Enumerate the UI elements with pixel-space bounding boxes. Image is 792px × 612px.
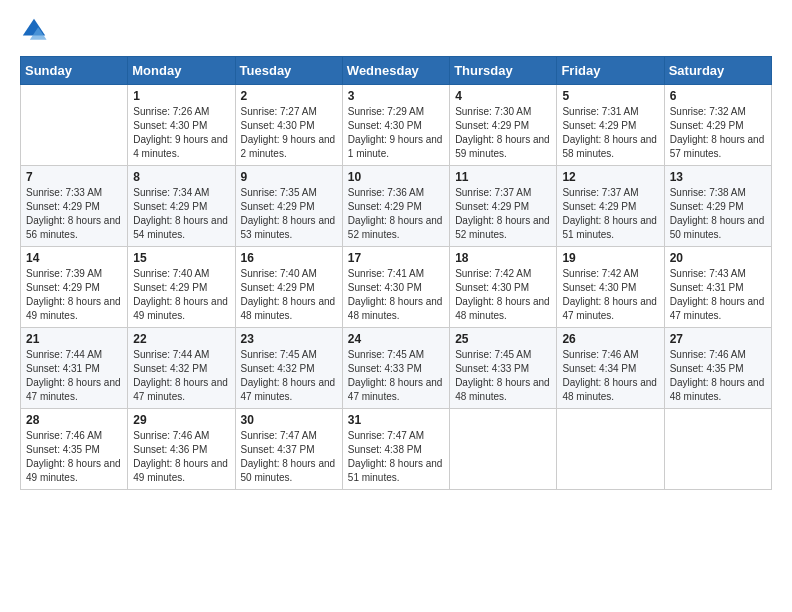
day-number: 4 <box>455 89 551 103</box>
day-info: Sunrise: 7:37 AMSunset: 4:29 PMDaylight:… <box>455 186 551 242</box>
day-info: Sunrise: 7:37 AMSunset: 4:29 PMDaylight:… <box>562 186 658 242</box>
calendar-cell: 17 Sunrise: 7:41 AMSunset: 4:30 PMDaylig… <box>342 247 449 328</box>
day-number: 24 <box>348 332 444 346</box>
day-info: Sunrise: 7:45 AMSunset: 4:33 PMDaylight:… <box>455 348 551 404</box>
day-info: Sunrise: 7:40 AMSunset: 4:29 PMDaylight:… <box>241 267 337 323</box>
logo-icon <box>20 16 48 44</box>
day-info: Sunrise: 7:45 AMSunset: 4:32 PMDaylight:… <box>241 348 337 404</box>
day-number: 27 <box>670 332 766 346</box>
day-number: 25 <box>455 332 551 346</box>
calendar-cell <box>557 409 664 490</box>
day-number: 10 <box>348 170 444 184</box>
calendar-week-4: 21 Sunrise: 7:44 AMSunset: 4:31 PMDaylig… <box>21 328 772 409</box>
day-info: Sunrise: 7:27 AMSunset: 4:30 PMDaylight:… <box>241 105 337 161</box>
day-info: Sunrise: 7:30 AMSunset: 4:29 PMDaylight:… <box>455 105 551 161</box>
day-number: 2 <box>241 89 337 103</box>
calendar-cell <box>450 409 557 490</box>
day-info: Sunrise: 7:44 AMSunset: 4:31 PMDaylight:… <box>26 348 122 404</box>
day-number: 3 <box>348 89 444 103</box>
calendar-cell: 25 Sunrise: 7:45 AMSunset: 4:33 PMDaylig… <box>450 328 557 409</box>
calendar-cell: 22 Sunrise: 7:44 AMSunset: 4:32 PMDaylig… <box>128 328 235 409</box>
calendar-cell: 20 Sunrise: 7:43 AMSunset: 4:31 PMDaylig… <box>664 247 771 328</box>
calendar-cell: 15 Sunrise: 7:40 AMSunset: 4:29 PMDaylig… <box>128 247 235 328</box>
day-info: Sunrise: 7:39 AMSunset: 4:29 PMDaylight:… <box>26 267 122 323</box>
weekday-wednesday: Wednesday <box>342 57 449 85</box>
calendar-cell: 12 Sunrise: 7:37 AMSunset: 4:29 PMDaylig… <box>557 166 664 247</box>
day-number: 14 <box>26 251 122 265</box>
day-info: Sunrise: 7:42 AMSunset: 4:30 PMDaylight:… <box>562 267 658 323</box>
day-info: Sunrise: 7:26 AMSunset: 4:30 PMDaylight:… <box>133 105 229 161</box>
day-number: 7 <box>26 170 122 184</box>
calendar-cell: 29 Sunrise: 7:46 AMSunset: 4:36 PMDaylig… <box>128 409 235 490</box>
calendar-cell: 24 Sunrise: 7:45 AMSunset: 4:33 PMDaylig… <box>342 328 449 409</box>
calendar-table: SundayMondayTuesdayWednesdayThursdayFrid… <box>20 56 772 490</box>
calendar-cell: 11 Sunrise: 7:37 AMSunset: 4:29 PMDaylig… <box>450 166 557 247</box>
day-number: 15 <box>133 251 229 265</box>
day-info: Sunrise: 7:31 AMSunset: 4:29 PMDaylight:… <box>562 105 658 161</box>
day-number: 23 <box>241 332 337 346</box>
day-number: 13 <box>670 170 766 184</box>
day-number: 12 <box>562 170 658 184</box>
day-number: 19 <box>562 251 658 265</box>
day-info: Sunrise: 7:36 AMSunset: 4:29 PMDaylight:… <box>348 186 444 242</box>
day-info: Sunrise: 7:47 AMSunset: 4:38 PMDaylight:… <box>348 429 444 485</box>
day-number: 30 <box>241 413 337 427</box>
day-info: Sunrise: 7:44 AMSunset: 4:32 PMDaylight:… <box>133 348 229 404</box>
weekday-tuesday: Tuesday <box>235 57 342 85</box>
day-number: 8 <box>133 170 229 184</box>
day-info: Sunrise: 7:41 AMSunset: 4:30 PMDaylight:… <box>348 267 444 323</box>
calendar-cell: 9 Sunrise: 7:35 AMSunset: 4:29 PMDayligh… <box>235 166 342 247</box>
calendar-cell: 19 Sunrise: 7:42 AMSunset: 4:30 PMDaylig… <box>557 247 664 328</box>
day-number: 28 <box>26 413 122 427</box>
day-info: Sunrise: 7:46 AMSunset: 4:35 PMDaylight:… <box>670 348 766 404</box>
calendar-week-5: 28 Sunrise: 7:46 AMSunset: 4:35 PMDaylig… <box>21 409 772 490</box>
calendar-cell: 28 Sunrise: 7:46 AMSunset: 4:35 PMDaylig… <box>21 409 128 490</box>
calendar-cell: 14 Sunrise: 7:39 AMSunset: 4:29 PMDaylig… <box>21 247 128 328</box>
calendar-cell <box>21 85 128 166</box>
calendar-cell: 1 Sunrise: 7:26 AMSunset: 4:30 PMDayligh… <box>128 85 235 166</box>
calendar-week-3: 14 Sunrise: 7:39 AMSunset: 4:29 PMDaylig… <box>21 247 772 328</box>
day-info: Sunrise: 7:33 AMSunset: 4:29 PMDaylight:… <box>26 186 122 242</box>
header <box>20 16 772 44</box>
calendar-cell: 8 Sunrise: 7:34 AMSunset: 4:29 PMDayligh… <box>128 166 235 247</box>
calendar-cell: 2 Sunrise: 7:27 AMSunset: 4:30 PMDayligh… <box>235 85 342 166</box>
calendar-cell: 18 Sunrise: 7:42 AMSunset: 4:30 PMDaylig… <box>450 247 557 328</box>
day-number: 21 <box>26 332 122 346</box>
calendar-cell: 6 Sunrise: 7:32 AMSunset: 4:29 PMDayligh… <box>664 85 771 166</box>
weekday-thursday: Thursday <box>450 57 557 85</box>
weekday-sunday: Sunday <box>21 57 128 85</box>
day-number: 18 <box>455 251 551 265</box>
calendar-week-2: 7 Sunrise: 7:33 AMSunset: 4:29 PMDayligh… <box>21 166 772 247</box>
day-info: Sunrise: 7:45 AMSunset: 4:33 PMDaylight:… <box>348 348 444 404</box>
day-number: 22 <box>133 332 229 346</box>
weekday-friday: Friday <box>557 57 664 85</box>
day-info: Sunrise: 7:47 AMSunset: 4:37 PMDaylight:… <box>241 429 337 485</box>
calendar-cell: 26 Sunrise: 7:46 AMSunset: 4:34 PMDaylig… <box>557 328 664 409</box>
weekday-monday: Monday <box>128 57 235 85</box>
day-info: Sunrise: 7:34 AMSunset: 4:29 PMDaylight:… <box>133 186 229 242</box>
day-number: 17 <box>348 251 444 265</box>
day-info: Sunrise: 7:43 AMSunset: 4:31 PMDaylight:… <box>670 267 766 323</box>
calendar-cell <box>664 409 771 490</box>
day-number: 29 <box>133 413 229 427</box>
calendar-cell: 21 Sunrise: 7:44 AMSunset: 4:31 PMDaylig… <box>21 328 128 409</box>
day-info: Sunrise: 7:46 AMSunset: 4:34 PMDaylight:… <box>562 348 658 404</box>
day-number: 11 <box>455 170 551 184</box>
day-number: 6 <box>670 89 766 103</box>
logo <box>20 16 52 44</box>
calendar-cell: 27 Sunrise: 7:46 AMSunset: 4:35 PMDaylig… <box>664 328 771 409</box>
calendar-cell: 31 Sunrise: 7:47 AMSunset: 4:38 PMDaylig… <box>342 409 449 490</box>
weekday-header-row: SundayMondayTuesdayWednesdayThursdayFrid… <box>21 57 772 85</box>
day-info: Sunrise: 7:40 AMSunset: 4:29 PMDaylight:… <box>133 267 229 323</box>
day-number: 16 <box>241 251 337 265</box>
calendar-cell: 16 Sunrise: 7:40 AMSunset: 4:29 PMDaylig… <box>235 247 342 328</box>
day-info: Sunrise: 7:29 AMSunset: 4:30 PMDaylight:… <box>348 105 444 161</box>
calendar-cell: 13 Sunrise: 7:38 AMSunset: 4:29 PMDaylig… <box>664 166 771 247</box>
calendar-cell: 10 Sunrise: 7:36 AMSunset: 4:29 PMDaylig… <box>342 166 449 247</box>
day-info: Sunrise: 7:32 AMSunset: 4:29 PMDaylight:… <box>670 105 766 161</box>
day-info: Sunrise: 7:38 AMSunset: 4:29 PMDaylight:… <box>670 186 766 242</box>
calendar-cell: 5 Sunrise: 7:31 AMSunset: 4:29 PMDayligh… <box>557 85 664 166</box>
calendar-week-1: 1 Sunrise: 7:26 AMSunset: 4:30 PMDayligh… <box>21 85 772 166</box>
day-number: 20 <box>670 251 766 265</box>
day-info: Sunrise: 7:42 AMSunset: 4:30 PMDaylight:… <box>455 267 551 323</box>
